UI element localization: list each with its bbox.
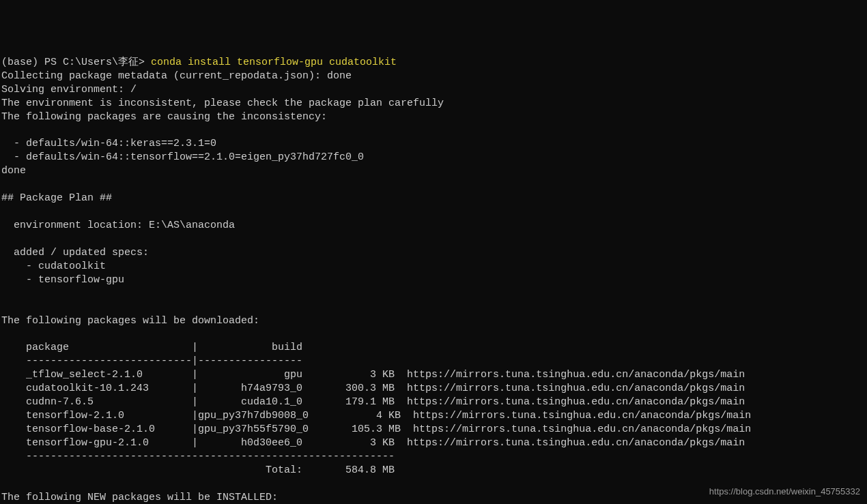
output-line: added / updated specs:	[1, 247, 149, 258]
output-line: ----------------------------------------…	[1, 451, 395, 462]
output-line: Collecting package metadata (current_rep…	[1, 70, 352, 82]
output-line: The following packages will be downloade…	[1, 315, 259, 327]
output-line: The following NEW packages will be INSTA…	[1, 492, 278, 503]
output-line: _tflow_select-2.1.0 | gpu 3 KB https://m…	[1, 369, 745, 381]
output-line: done	[1, 165, 26, 177]
command-text: conda install tensorflow-gpu cudatoolkit	[151, 57, 397, 68]
output-line: The environment is inconsistent, please …	[1, 98, 444, 109]
output-line: package | build	[1, 342, 302, 353]
output-line: - tensorflow-gpu	[1, 274, 124, 286]
output-line: tensorflow-2.1.0 |gpu_py37h7db9008_0 4 K…	[1, 410, 751, 421]
output-line: Solving environment: /	[1, 84, 137, 95]
output-line: tensorflow-gpu-2.1.0 | h0d30ee6_0 3 KB h…	[1, 437, 745, 449]
output-line: - defaults/win-64::keras==2.3.1=0	[1, 138, 216, 149]
output-line: Total: 584.8 MB	[1, 464, 395, 476]
terminal-output[interactable]: (base) PS C:\Users\李征> conda install ten…	[1, 56, 866, 504]
output-line: - defaults/win-64::tensorflow==2.1.0=eig…	[1, 151, 364, 163]
output-line: environment location: E:\AS\anaconda	[1, 220, 235, 231]
output-line: ## Package Plan ##	[1, 192, 112, 204]
output-line: cudatoolkit-10.1.243 | h74a9793_0 300.3 …	[1, 383, 745, 394]
output-line: ---------------------------|------------…	[1, 355, 302, 367]
output-line: The following packages are causing the i…	[1, 111, 327, 123]
output-line: cudnn-7.6.5 | cuda10.1_0 179.1 MB https:…	[1, 396, 745, 408]
watermark-text: https://blog.csdn.net/weixin_45755332	[709, 486, 860, 497]
prompt-prefix: (base) PS C:\Users\李征>	[1, 57, 151, 68]
output-line: tensorflow-base-2.1.0 |gpu_py37h55f5790_…	[1, 424, 751, 435]
output-line: - cudatoolkit	[1, 261, 106, 272]
